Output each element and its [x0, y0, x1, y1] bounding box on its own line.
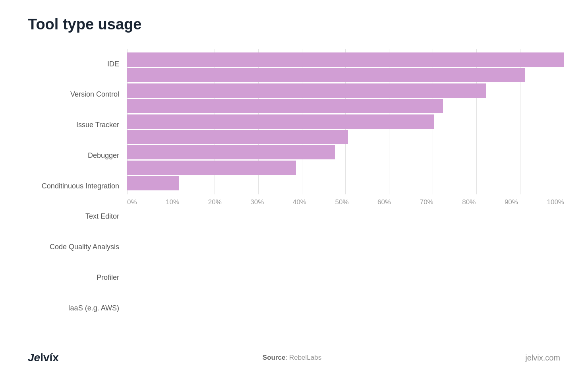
bar: [127, 176, 179, 190]
bar: [127, 52, 564, 67]
x-tick: 100%: [547, 198, 564, 344]
bars-container: 0%10%20%30%40%50%60%70%80%90%100%: [127, 49, 564, 343]
bar: [127, 145, 335, 159]
y-label: Issue Tracker: [24, 115, 119, 136]
bar-row: [127, 99, 564, 113]
y-label: IDE: [24, 54, 119, 74]
y-label: Version Control: [24, 84, 119, 105]
x-axis-labels: 0%10%20%30%40%50%60%70%80%90%100%: [127, 194, 564, 344]
source-value: RebelLabs: [289, 354, 321, 361]
footer-source: Source: RebelLabs: [263, 354, 321, 362]
grid-and-bars: [127, 49, 564, 194]
x-tick: 60%: [377, 198, 391, 344]
bar-row: [127, 68, 564, 82]
x-tick: 40%: [293, 198, 306, 344]
footer-url: jelvix.com: [525, 353, 560, 362]
x-tick: 80%: [462, 198, 476, 344]
bar-row: [127, 176, 564, 190]
bar: [127, 130, 348, 144]
bar: [127, 161, 296, 175]
y-label: Profiler: [24, 267, 119, 288]
bar: [127, 68, 525, 82]
y-label: IaaS (e.g. AWS): [24, 298, 119, 319]
y-label: Code Quality Analysis: [24, 237, 119, 258]
chart-title: Tool type usage: [28, 16, 564, 33]
x-tick: 90%: [505, 198, 518, 344]
bar: [127, 99, 443, 113]
footer: Jelvíx Source: RebelLabs jelvix.com: [24, 351, 564, 364]
bar-row: [127, 161, 564, 175]
x-tick: 30%: [250, 198, 264, 344]
y-label: Conditinuous Integration: [24, 176, 119, 196]
x-tick: 70%: [420, 198, 433, 344]
bar-row: [127, 130, 564, 144]
bar-row: [127, 114, 564, 129]
source-label: Source: [263, 354, 286, 361]
bar-row: [127, 145, 564, 159]
bar-row: [127, 52, 564, 67]
x-tick: 10%: [166, 198, 179, 344]
y-labels: IDEVersion ControlIssue TrackerDebuggerC…: [24, 49, 127, 343]
bar: [127, 83, 486, 98]
chart-body: IDEVersion ControlIssue TrackerDebuggerC…: [24, 49, 564, 343]
bars-rows: [127, 49, 564, 194]
x-tick: 20%: [208, 198, 222, 344]
chart-area: IDEVersion ControlIssue TrackerDebuggerC…: [24, 49, 564, 343]
footer-logo: Jelvíx: [28, 351, 59, 364]
y-label: Text Editor: [24, 206, 119, 227]
x-tick: 0%: [127, 198, 137, 344]
y-label: Debugger: [24, 145, 119, 166]
x-tick: 50%: [335, 198, 349, 344]
bar-row: [127, 83, 564, 98]
bar: [127, 114, 434, 129]
